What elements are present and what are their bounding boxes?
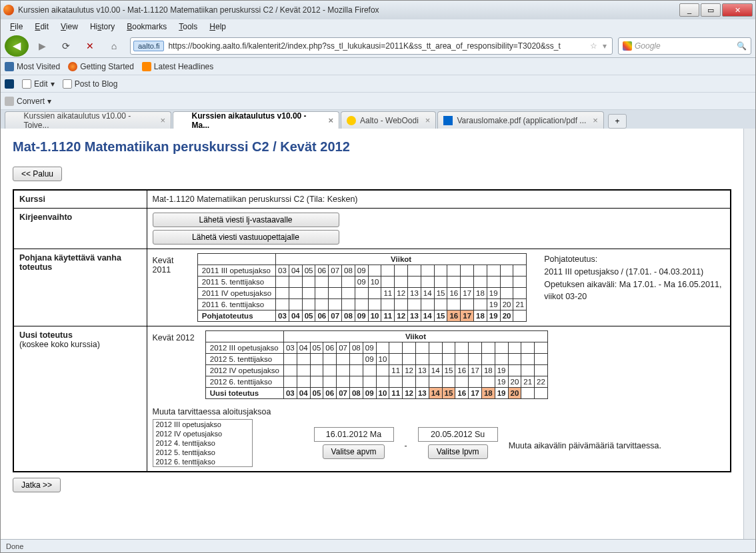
send-lj-button[interactable]: Lähetä viesti lj-vastaavalle	[153, 213, 339, 227]
muuta-aika-label: Muuta aikavälin päivämääriä tarvittaessa…	[509, 436, 661, 450]
bookmark-star-icon[interactable]: ☆	[587, 41, 600, 51]
page-title: Mat-1.1120 Matematiikan peruskurssi C2 /…	[13, 139, 731, 155]
url-text: https://booking.aalto.fi/kalenterit2/ind…	[168, 41, 587, 51]
muuta-aloitus-label: Muuta tarvittaessa aloitusjaksoa	[153, 407, 725, 416]
list-item[interactable]: 2012 4. tenttijakso	[153, 438, 252, 448]
home-button[interactable]: ⌂	[103, 36, 125, 56]
firefox-icon	[68, 62, 77, 71]
menubar: File Edit View History Bookmarks Tools H…	[1, 19, 755, 34]
back-button[interactable]: ◀	[5, 35, 29, 57]
bookmark-latest-headlines[interactable]: Latest Headlines	[142, 62, 213, 71]
browser-window: Kurssien aikataulutus v10.00 - Mat-1.112…	[0, 0, 756, 553]
url-bar[interactable]: aalto.fi https://booking.aalto.fi/kalent…	[130, 37, 613, 55]
menu-help[interactable]: Help	[204, 21, 231, 33]
weeks-table-2011: Viikot 2011 III opetusjakso0304050607080…	[197, 253, 527, 322]
start-date-field[interactable]: 16.01.2012 Ma	[314, 427, 394, 442]
pdf-icon	[443, 116, 453, 125]
search-icon[interactable]: 🔍	[737, 41, 747, 51]
page-icon	[179, 116, 188, 125]
oodi-icon	[347, 116, 356, 125]
window-title: Kurssien aikataulutus v10.00 - Mat-1.112…	[18, 5, 679, 15]
jatka-button[interactable]: Jatka >>	[13, 478, 61, 492]
post-to-blog-button[interactable]: Post to Blog	[63, 79, 118, 89]
minimize-button[interactable]: _	[679, 3, 699, 17]
kevat-2012-label: Kevät 2012	[153, 330, 195, 342]
bookmark-getting-started[interactable]: Getting Started	[68, 62, 134, 71]
send-vastuu-button[interactable]: Lähetä viesti vastuuopettajalle	[153, 230, 339, 245]
tab-bar: Kurssien aikataulutus v10.00 - Toive...×…	[1, 110, 755, 129]
bookmarks-toolbar: Most Visited Getting Started Latest Head…	[1, 58, 755, 75]
tab-weboodi[interactable]: Aalto - WebOodi×	[341, 111, 436, 129]
maximize-button[interactable]: ▭	[701, 3, 721, 17]
label-pohja: Pohjana käytettävä vanha toteutus	[13, 249, 147, 326]
close-icon[interactable]: ×	[593, 115, 598, 125]
status-bar: Done	[1, 539, 755, 552]
pohja-info: Pohjatoteutus: 2011 III opetusjakso / (1…	[537, 253, 725, 303]
close-icon[interactable]: ×	[425, 115, 431, 125]
google-icon	[623, 41, 632, 51]
new-tab-button[interactable]: +	[608, 114, 627, 129]
edit-icon	[22, 79, 31, 89]
list-item[interactable]: 2012 IV opetusjakso	[153, 429, 252, 438]
site-identity-badge[interactable]: aalto.fi	[133, 41, 164, 51]
jakso-listbox[interactable]: 2012 III opetusjakso 2012 IV opetusjakso…	[153, 419, 253, 467]
convert-button[interactable]: Convert ▾	[5, 97, 51, 106]
convert-icon	[5, 97, 14, 106]
list-item[interactable]: 2012 5. tenttijakso	[153, 448, 252, 457]
close-icon[interactable]: ×	[160, 115, 165, 125]
value-kurssi: Mat-1.1120 Matematiikan peruskurssi C2 (…	[147, 190, 731, 209]
menu-bookmarks[interactable]: Bookmarks	[121, 21, 172, 33]
list-item[interactable]: 2012 III opetusjakso	[153, 420, 252, 429]
forward-button[interactable]: ▶	[31, 36, 53, 56]
menu-view[interactable]: View	[55, 21, 83, 33]
back-paluu-button[interactable]: << Paluu	[13, 167, 62, 181]
rss-icon	[142, 62, 151, 71]
nav-toolbar: ◀ ▶ ⟳ ✕ ⌂ aalto.fi https://booking.aalto…	[1, 34, 755, 58]
menu-tools[interactable]: Tools	[173, 21, 203, 33]
label-uusi: Uusi toteutus (koskee koko kurssia)	[13, 326, 147, 472]
end-date-field[interactable]: 20.05.2012 Su	[418, 427, 498, 442]
close-button[interactable]: ✕	[722, 3, 753, 17]
ct-button[interactable]	[5, 79, 14, 89]
page-content: Mat-1.1120 Matematiikan peruskurssi C2 /…	[1, 129, 743, 539]
search-bar[interactable]: Google 🔍	[618, 37, 751, 55]
dropdown-icon[interactable]: ▾	[600, 41, 609, 51]
stop-button[interactable]: ✕	[79, 36, 101, 56]
addon-toolbar-2: Convert ▾	[1, 93, 755, 110]
search-placeholder: Google	[635, 41, 734, 51]
close-icon[interactable]: ×	[328, 115, 333, 125]
folder-icon	[5, 62, 14, 71]
titlebar: Kurssien aikataulutus v10.00 - Mat-1.112…	[1, 1, 755, 19]
tab-current[interactable]: Kurssien aikataulutus v10.00 - Ma...×	[173, 111, 339, 129]
vertical-scrollbar[interactable]	[743, 129, 755, 539]
label-kirjeenvaihto: Kirjeenvaihto	[13, 209, 147, 249]
firefox-icon	[3, 5, 14, 15]
menu-history[interactable]: History	[85, 21, 120, 33]
kevat-2011-label: Kevät 2011	[153, 253, 187, 275]
reload-button[interactable]: ⟳	[55, 36, 77, 56]
label-kurssi: Kurssi	[13, 190, 147, 209]
list-item[interactable]: 2012 6. tenttijakso	[153, 457, 252, 466]
status-text: Done	[6, 542, 23, 550]
menu-edit[interactable]: Edit	[29, 21, 54, 33]
menu-file[interactable]: File	[5, 21, 28, 33]
bookmark-most-visited[interactable]: Most Visited	[5, 62, 60, 71]
blog-icon	[63, 79, 72, 89]
weeks-table-2012: Viikot 2012 III opetusjakso0304050607080…	[205, 330, 548, 399]
edit-button[interactable]: Edit ▾	[22, 79, 55, 89]
valitse-lpvm-button[interactable]: Valitse lpvm	[428, 444, 488, 459]
tab-toive[interactable]: Kurssien aikataulutus v10.00 - Toive...×	[5, 111, 171, 129]
ct-icon	[5, 79, 14, 89]
page-icon	[11, 116, 20, 125]
tab-pdf[interactable]: Varauslomake.pdf (application/pdf ...×	[437, 111, 603, 129]
valitse-apvm-button[interactable]: Valitse apvm	[323, 444, 385, 459]
addon-toolbar-1: Edit ▾ Post to Blog	[1, 75, 755, 93]
main-table: Kurssi Mat-1.1120 Matematiikan peruskurs…	[13, 189, 731, 472]
